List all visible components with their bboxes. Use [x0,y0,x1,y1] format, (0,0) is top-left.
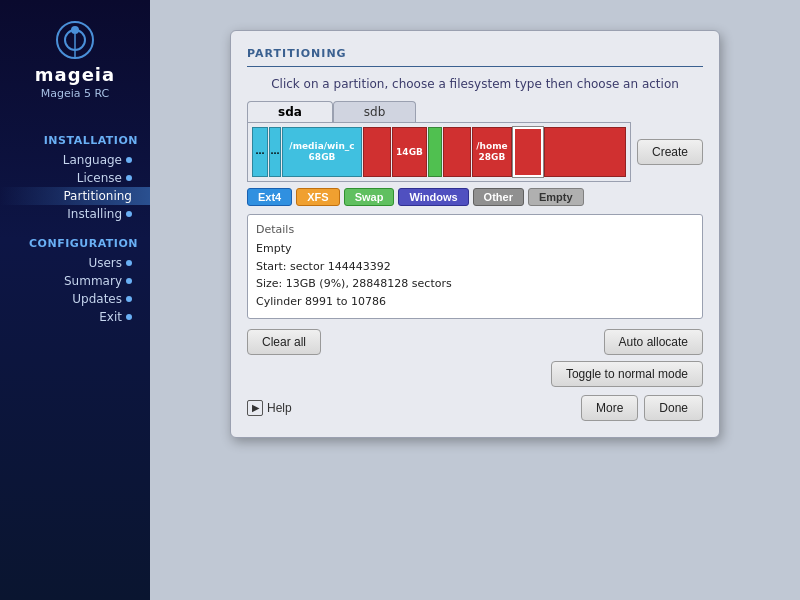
sidebar-item-updates[interactable]: Updates [0,290,150,308]
legend-windows[interactable]: Windows [398,188,468,206]
license-dot [126,175,132,181]
installing-dot [126,211,132,217]
main-content: PARTITIONING Click on a partition, choos… [150,0,800,600]
details-label: Details [256,223,694,236]
details-content: Empty Start: sector 144443392 Size: 13GB… [256,240,694,310]
help-row: ▶ Help More Done [247,395,703,421]
clear-all-button[interactable]: Clear all [247,329,321,355]
create-button-area: Create [637,122,703,182]
section-label-configuration: CONFIGURATION [0,237,150,250]
svg-point-2 [71,26,79,34]
license-label: License [77,171,122,185]
partition-legend: Ext4 XFS Swap Windows Other Empty [247,188,703,206]
summary-label: Summary [64,274,122,288]
sidebar-item-users[interactable]: Users [0,254,150,272]
installing-label: Installing [67,207,122,221]
users-label: Users [88,256,122,270]
partitioning-label: Partitioning [63,189,132,203]
help-icon: ▶ [247,400,263,416]
create-button[interactable]: Create [637,139,703,165]
legend-swap[interactable]: Swap [344,188,395,206]
sidebar-item-partitioning[interactable]: Partitioning [0,187,150,205]
logo-text: mageia [35,64,115,85]
details-box: Details Empty Start: sector 144443392 Si… [247,214,703,319]
sidebar: mageia Mageia 5 RC INSTALLATION Language… [0,0,150,600]
legend-other[interactable]: Other [473,188,524,206]
done-button[interactable]: Done [644,395,703,421]
legend-xfs[interactable]: XFS [296,188,339,206]
exit-dot [126,314,132,320]
bottom-actions: Clear all Auto allocate [247,329,703,355]
language-label: Language [63,153,122,167]
partition-block-rest[interactable] [544,127,626,177]
language-dot [126,157,132,163]
sidebar-item-summary[interactable]: Summary [0,272,150,290]
sidebar-item-language[interactable]: Language [0,151,150,169]
logo-area: mageia Mageia 5 RC [35,10,115,120]
dialog-title: PARTITIONING [247,47,703,67]
partition-block-7[interactable] [443,127,471,177]
partitioning-dialog: PARTITIONING Click on a partition, choos… [230,30,720,438]
auto-allocate-button[interactable]: Auto allocate [604,329,703,355]
partition-block-selected[interactable] [513,127,543,177]
partition-block-2[interactable]: ... [269,127,281,177]
exit-label: Exit [99,310,122,324]
partition-block-4[interactable] [363,127,391,177]
summary-dot [126,278,132,284]
toggle-row: Toggle to normal mode [247,361,703,387]
partition-tabs: sda sdb [247,101,703,122]
partition-block-6[interactable] [428,127,442,177]
sidebar-item-license[interactable]: License [0,169,150,187]
sidebar-item-installing[interactable]: Installing [0,205,150,223]
partition-bar: ... ... /media/win_c 68GB 14GB /home 28G… [247,122,631,182]
tab-sdb[interactable]: sdb [333,101,417,122]
more-button[interactable]: More [581,395,638,421]
partition-block-5[interactable]: 14GB [392,127,427,177]
legend-ext4[interactable]: Ext4 [247,188,292,206]
updates-dot [126,296,132,302]
mageia-logo-icon [55,20,95,60]
legend-empty[interactable]: Empty [528,188,584,206]
partition-block-8[interactable]: /home 28GB [472,127,512,177]
users-dot [126,260,132,266]
tab-sda[interactable]: sda [247,101,333,122]
dialog-instruction: Click on a partition, choose a filesyste… [247,77,703,91]
logo-subtitle: Mageia 5 RC [41,87,110,100]
toggle-mode-button[interactable]: Toggle to normal mode [551,361,703,387]
help-label: Help [267,401,292,415]
sidebar-item-exit[interactable]: Exit [0,308,150,326]
partition-block-1[interactable]: ... [252,127,268,177]
section-label-installation: INSTALLATION [0,134,150,147]
updates-label: Updates [72,292,122,306]
help-button[interactable]: ▶ Help [247,400,292,416]
partition-block-3[interactable]: /media/win_c 68GB [282,127,362,177]
